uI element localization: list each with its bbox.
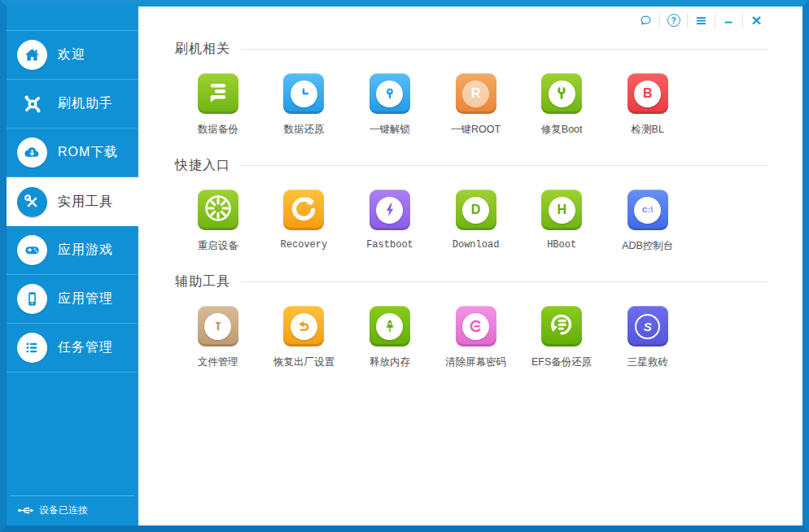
- sidebar-item-rom-download[interactable]: ROM下载: [7, 129, 138, 177]
- section-flashing: 刷机相关 数据备份 数据还原: [175, 41, 767, 137]
- restore-clock-icon: [283, 73, 324, 114]
- tool-label: 文件管理: [198, 355, 238, 369]
- tool-download-mode[interactable]: D Download: [433, 190, 519, 253]
- tool-adb-console[interactable]: C:\ ADB控制台: [605, 190, 691, 253]
- section-title: 辅助工具: [175, 273, 230, 290]
- letter-h-icon: H: [541, 190, 582, 230]
- tool-samsung-unbrick[interactable]: S 三星救砖: [605, 306, 691, 369]
- section-header: 刷机相关: [175, 41, 767, 58]
- separator: [659, 13, 660, 28]
- cloud-download-icon: [17, 137, 47, 168]
- tool-free-memory[interactable]: 释放内存: [347, 306, 433, 369]
- sidebar-item-label: 欢迎: [58, 46, 85, 63]
- tool-grid: 文件管理 恢复出厂设置 释放内存: [175, 306, 767, 369]
- sidebar-item-label: ROM下载: [58, 144, 118, 161]
- tool-grid: 数据备份 数据还原 一键解锁 R: [175, 73, 767, 137]
- sidebar-item-utilities[interactable]: 实用工具: [7, 177, 138, 226]
- utility-tools-icon: [17, 187, 47, 217]
- tool-reboot-device[interactable]: 重启设备: [175, 190, 261, 253]
- tool-label: 数据还原: [283, 123, 324, 137]
- section-header: 辅助工具: [175, 273, 767, 290]
- gamepad-icon: [17, 235, 47, 265]
- sidebar-item-app-management[interactable]: 应用管理: [7, 275, 138, 324]
- tool-label: 三星救砖: [628, 355, 668, 369]
- tool-label: 释放内存: [370, 355, 410, 369]
- file-tie-icon: [198, 306, 238, 347]
- letter-r-icon: R: [456, 73, 496, 114]
- separator: [687, 13, 688, 28]
- menu-icon[interactable]: [690, 11, 712, 29]
- tool-label: 一键ROOT: [451, 123, 501, 137]
- separator: [715, 13, 715, 28]
- sidebar-item-flash-assistant[interactable]: 刷机助手: [7, 80, 138, 129]
- app-window: 欢迎 刷机助手 ROM下载: [0, 0, 809, 532]
- section-header: 快捷入口: [175, 157, 767, 174]
- sidebar: 欢迎 刷机助手 ROM下载: [7, 7, 138, 525]
- task-list-icon: [17, 333, 47, 363]
- sidebar-spacer: [7, 373, 138, 495]
- flash-tools-icon: [17, 89, 47, 119]
- tool-label: 清除屏幕密码: [445, 355, 506, 369]
- tool-label: 检测BL: [632, 123, 664, 137]
- tool-label: 数据备份: [198, 123, 238, 137]
- sidebar-item-welcome[interactable]: 欢迎: [7, 31, 138, 80]
- separator: [742, 13, 743, 28]
- tool-one-key-root[interactable]: R 一键ROOT: [433, 73, 519, 137]
- tool-label: 修复Boot: [541, 123, 583, 137]
- tool-factory-reset[interactable]: 恢复出厂设置: [261, 306, 348, 369]
- tool-recovery[interactable]: Recovery: [261, 190, 348, 253]
- tool-one-key-unlock[interactable]: 一键解锁: [347, 73, 433, 137]
- lightning-icon: [370, 190, 410, 230]
- tool-file-manager[interactable]: 文件管理: [175, 306, 261, 369]
- efs-cycle-icon: [541, 306, 582, 347]
- tool-data-restore[interactable]: 数据还原: [261, 73, 348, 137]
- tool-detect-bl[interactable]: B 检测BL: [605, 73, 691, 137]
- tool-label: 重启设备: [198, 239, 238, 253]
- section-quick-entry: 快捷入口 重启设备: [175, 157, 767, 253]
- section-divider: [241, 281, 767, 282]
- titlebar-controls: ? ×: [175, 7, 767, 31]
- section-title: 刷机相关: [175, 41, 230, 58]
- sidebar-item-label: 实用工具: [58, 194, 113, 211]
- sidebar-item-task-management[interactable]: 任务管理: [7, 324, 138, 373]
- tool-fastboot[interactable]: Fastboot: [347, 190, 433, 253]
- tool-label: HBoot: [547, 239, 576, 251]
- close-icon[interactable]: ×: [746, 11, 767, 29]
- section-divider: [241, 49, 767, 50]
- sidebar-item-label: 应用游戏: [58, 242, 113, 259]
- tool-label: 恢复出厂设置: [273, 355, 335, 369]
- reboot-burst-icon: [198, 190, 238, 230]
- feedback-icon[interactable]: [635, 11, 657, 29]
- sidebar-item-label: 刷机助手: [58, 95, 113, 112]
- home-icon: [17, 40, 47, 70]
- letter-d-icon: D: [456, 190, 496, 230]
- sidebar-item-app-games[interactable]: 应用游戏: [7, 226, 138, 275]
- tool-clear-screen-password[interactable]: 清除屏幕密码: [433, 306, 519, 369]
- console-prompt-icon: C:\: [628, 190, 668, 230]
- letter-s-icon: S: [628, 306, 668, 347]
- tool-label: Fastboot: [366, 239, 413, 251]
- usb-icon: [17, 505, 35, 516]
- wrench-icon: [541, 73, 582, 114]
- rocket-icon: [370, 306, 410, 347]
- help-icon[interactable]: ?: [663, 11, 684, 29]
- tool-efs-backup-restore[interactable]: EFS备份还原: [518, 306, 605, 369]
- smartphone-icon: [17, 284, 47, 314]
- tool-label: ADB控制台: [622, 239, 673, 253]
- tool-label: Recovery: [281, 239, 328, 251]
- tool-label: Download: [453, 239, 500, 251]
- sidebar-item-label: 应用管理: [58, 290, 113, 307]
- section-auxiliary: 辅助工具 文件管理 恢复出厂设置: [175, 273, 767, 369]
- minimize-icon[interactable]: [718, 11, 740, 29]
- tool-hboot[interactable]: H HBoot: [518, 190, 605, 253]
- sidebar-header-space: [7, 7, 138, 31]
- tool-label: 一键解锁: [370, 123, 410, 137]
- tool-label: EFS备份还原: [531, 355, 592, 369]
- backup-list-icon: [198, 73, 238, 114]
- device-status: 设备已连接: [11, 495, 134, 525]
- main-panel: ? × 刷机相关 数据备份: [138, 7, 802, 525]
- circular-arrow-icon: [283, 190, 324, 230]
- tool-data-backup[interactable]: 数据备份: [175, 73, 261, 137]
- tool-repair-boot[interactable]: 修复Boot: [518, 73, 605, 137]
- clear-password-icon: [456, 306, 496, 347]
